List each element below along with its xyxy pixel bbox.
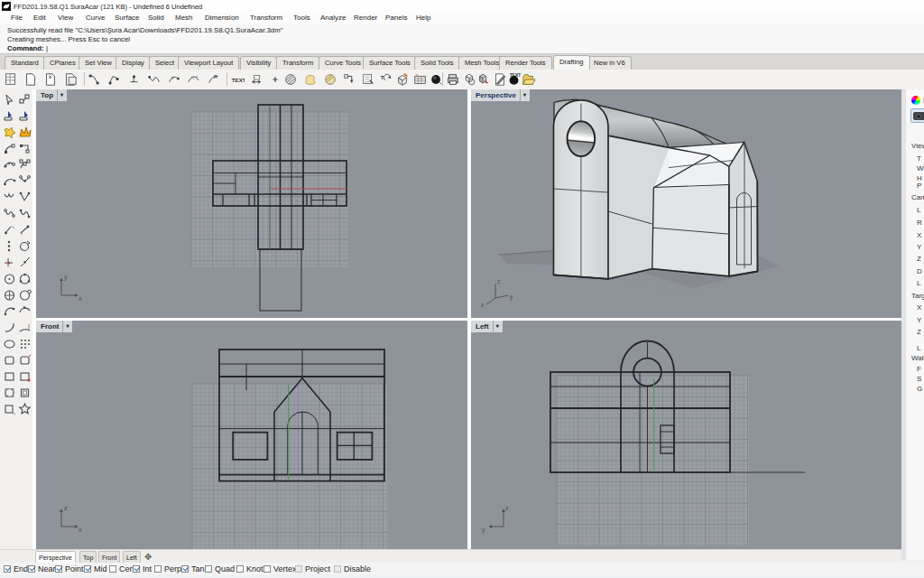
svg-text:y: y — [482, 527, 485, 534]
svg-text:x: x — [481, 302, 485, 308]
svg-text:z: z — [64, 505, 68, 511]
svg-text:z: z — [497, 278, 500, 284]
svg-text:y: y — [64, 274, 68, 281]
svg-text:y: y — [510, 294, 513, 301]
svg-text:x: x — [79, 527, 82, 533]
svg-text:TEXT: TEXT — [510, 73, 521, 78]
svg-text:R: R — [214, 74, 217, 79]
svg-text:x: x — [79, 295, 82, 302]
svg-text:TEXT: TEXT — [232, 77, 245, 83]
svg-text:z: z — [505, 505, 509, 511]
